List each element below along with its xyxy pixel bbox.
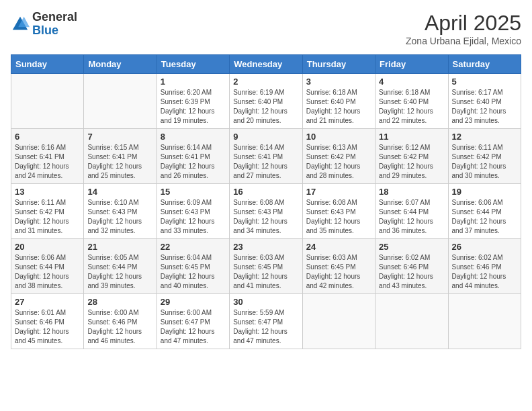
- calendar-cell: 25Sunrise: 6:02 AMSunset: 6:46 PMDayligh…: [375, 239, 448, 294]
- calendar-cell: 30Sunrise: 5:59 AMSunset: 6:47 PMDayligh…: [230, 294, 302, 349]
- day-number: 6: [15, 132, 80, 142]
- day-number: 2: [233, 77, 298, 87]
- calendar-cell: 10Sunrise: 6:13 AMSunset: 6:42 PMDayligh…: [302, 129, 375, 184]
- day-info: Sunrise: 6:06 AMSunset: 6:44 PMDaylight:…: [452, 198, 517, 236]
- day-info: Sunrise: 6:00 AMSunset: 6:47 PMDaylight:…: [161, 308, 226, 346]
- day-number: 14: [87, 187, 152, 197]
- header-friday: Friday: [375, 55, 448, 74]
- calendar-cell: [375, 294, 448, 349]
- day-number: 4: [379, 77, 444, 87]
- day-number: 12: [452, 132, 517, 142]
- calendar-cell: 14Sunrise: 6:10 AMSunset: 6:43 PMDayligh…: [84, 184, 157, 239]
- day-info: Sunrise: 6:14 AMSunset: 6:41 PMDaylight:…: [161, 143, 226, 181]
- calendar-cell: 12Sunrise: 6:11 AMSunset: 6:42 PMDayligh…: [448, 129, 521, 184]
- day-info: Sunrise: 6:10 AMSunset: 6:43 PMDaylight:…: [87, 198, 152, 236]
- calendar-cell: 17Sunrise: 6:08 AMSunset: 6:43 PMDayligh…: [302, 184, 375, 239]
- calendar-cell: 24Sunrise: 6:03 AMSunset: 6:45 PMDayligh…: [302, 239, 375, 294]
- calendar-cell: 23Sunrise: 6:03 AMSunset: 6:45 PMDayligh…: [230, 239, 302, 294]
- day-info: Sunrise: 6:12 AMSunset: 6:42 PMDaylight:…: [379, 143, 444, 181]
- logo: General Blue: [11, 11, 77, 38]
- header-monday: Monday: [84, 55, 157, 74]
- logo-icon: [11, 15, 30, 34]
- day-info: Sunrise: 6:18 AMSunset: 6:40 PMDaylight:…: [306, 88, 371, 126]
- calendar-table: SundayMondayTuesdayWednesdayThursdayFrid…: [11, 54, 521, 349]
- location-subtitle: Zona Urbana Ejidal, Mexico: [406, 36, 521, 46]
- calendar-cell: 3Sunrise: 6:18 AMSunset: 6:40 PMDaylight…: [302, 74, 375, 129]
- day-info: Sunrise: 6:17 AMSunset: 6:40 PMDaylight:…: [452, 88, 517, 126]
- day-info: Sunrise: 6:04 AMSunset: 6:45 PMDaylight:…: [161, 253, 226, 291]
- day-number: 23: [233, 242, 298, 252]
- day-info: Sunrise: 6:08 AMSunset: 6:43 PMDaylight:…: [233, 198, 298, 236]
- day-info: Sunrise: 6:01 AMSunset: 6:46 PMDaylight:…: [15, 308, 80, 346]
- calendar-cell: 11Sunrise: 6:12 AMSunset: 6:42 PMDayligh…: [375, 129, 448, 184]
- day-number: 27: [15, 297, 80, 307]
- day-info: Sunrise: 6:02 AMSunset: 6:46 PMDaylight:…: [452, 253, 517, 291]
- calendar-cell: 28Sunrise: 6:00 AMSunset: 6:46 PMDayligh…: [84, 294, 157, 349]
- day-info: Sunrise: 6:14 AMSunset: 6:41 PMDaylight:…: [233, 143, 298, 181]
- day-info: Sunrise: 6:08 AMSunset: 6:43 PMDaylight:…: [306, 198, 371, 236]
- day-info: Sunrise: 6:07 AMSunset: 6:44 PMDaylight:…: [379, 198, 444, 236]
- calendar-cell: 2Sunrise: 6:19 AMSunset: 6:40 PMDaylight…: [230, 74, 302, 129]
- header-tuesday: Tuesday: [157, 55, 229, 74]
- calendar-cell: 18Sunrise: 6:07 AMSunset: 6:44 PMDayligh…: [375, 184, 448, 239]
- logo-general: General Blue: [32, 11, 77, 38]
- title-section: April 2025 Zona Urbana Ejidal, Mexico: [406, 11, 521, 46]
- day-info: Sunrise: 6:05 AMSunset: 6:44 PMDaylight:…: [87, 253, 152, 291]
- day-info: Sunrise: 6:11 AMSunset: 6:42 PMDaylight:…: [15, 198, 80, 236]
- calendar-cell: 21Sunrise: 6:05 AMSunset: 6:44 PMDayligh…: [84, 239, 157, 294]
- day-info: Sunrise: 6:18 AMSunset: 6:40 PMDaylight:…: [379, 88, 444, 126]
- calendar-cell: 13Sunrise: 6:11 AMSunset: 6:42 PMDayligh…: [11, 184, 84, 239]
- day-number: 29: [161, 297, 226, 307]
- day-number: 8: [161, 132, 226, 142]
- calendar-row: 27Sunrise: 6:01 AMSunset: 6:46 PMDayligh…: [11, 294, 521, 349]
- day-info: Sunrise: 6:02 AMSunset: 6:46 PMDaylight:…: [379, 253, 444, 291]
- day-number: 24: [306, 242, 371, 252]
- day-info: Sunrise: 6:11 AMSunset: 6:42 PMDaylight:…: [452, 143, 517, 181]
- day-number: 26: [452, 242, 517, 252]
- header-row: SundayMondayTuesdayWednesdayThursdayFrid…: [11, 55, 521, 74]
- day-number: 18: [379, 187, 444, 197]
- header-sunday: Sunday: [11, 55, 84, 74]
- day-number: 13: [15, 187, 80, 197]
- calendar-cell: 16Sunrise: 6:08 AMSunset: 6:43 PMDayligh…: [230, 184, 302, 239]
- day-number: 10: [306, 132, 371, 142]
- day-number: 17: [306, 187, 371, 197]
- calendar-row: 6Sunrise: 6:16 AMSunset: 6:41 PMDaylight…: [11, 129, 521, 184]
- calendar-cell: 22Sunrise: 6:04 AMSunset: 6:45 PMDayligh…: [157, 239, 229, 294]
- calendar-cell: 29Sunrise: 6:00 AMSunset: 6:47 PMDayligh…: [157, 294, 229, 349]
- day-info: Sunrise: 6:00 AMSunset: 6:46 PMDaylight:…: [87, 308, 152, 346]
- calendar-cell: 7Sunrise: 6:15 AMSunset: 6:41 PMDaylight…: [84, 129, 157, 184]
- day-number: 19: [452, 187, 517, 197]
- calendar-cell: 19Sunrise: 6:06 AMSunset: 6:44 PMDayligh…: [448, 184, 521, 239]
- day-number: 9: [233, 132, 298, 142]
- day-info: Sunrise: 6:20 AMSunset: 6:39 PMDaylight:…: [161, 88, 226, 126]
- day-number: 22: [161, 242, 226, 252]
- day-number: 7: [87, 132, 152, 142]
- calendar-cell: [84, 74, 157, 129]
- calendar-cell: 1Sunrise: 6:20 AMSunset: 6:39 PMDaylight…: [157, 74, 229, 129]
- day-info: Sunrise: 5:59 AMSunset: 6:47 PMDaylight:…: [233, 308, 298, 346]
- calendar-cell: 27Sunrise: 6:01 AMSunset: 6:46 PMDayligh…: [11, 294, 84, 349]
- calendar-cell: 4Sunrise: 6:18 AMSunset: 6:40 PMDaylight…: [375, 74, 448, 129]
- month-title: April 2025: [406, 11, 521, 36]
- calendar-cell: 9Sunrise: 6:14 AMSunset: 6:41 PMDaylight…: [230, 129, 302, 184]
- header-wednesday: Wednesday: [230, 55, 302, 74]
- header-saturday: Saturday: [448, 55, 521, 74]
- calendar-cell: 26Sunrise: 6:02 AMSunset: 6:46 PMDayligh…: [448, 239, 521, 294]
- calendar-cell: [302, 294, 375, 349]
- day-info: Sunrise: 6:09 AMSunset: 6:43 PMDaylight:…: [161, 198, 226, 236]
- calendar-cell: 8Sunrise: 6:14 AMSunset: 6:41 PMDaylight…: [157, 129, 229, 184]
- day-info: Sunrise: 6:03 AMSunset: 6:45 PMDaylight:…: [306, 253, 371, 291]
- day-number: 5: [452, 77, 517, 87]
- calendar-cell: 20Sunrise: 6:06 AMSunset: 6:44 PMDayligh…: [11, 239, 84, 294]
- day-number: 20: [15, 242, 80, 252]
- day-number: 11: [379, 132, 444, 142]
- day-number: 1: [161, 77, 226, 87]
- page-header: General Blue April 2025 Zona Urbana Ejid…: [11, 11, 521, 46]
- day-number: 25: [379, 242, 444, 252]
- calendar-row: 1Sunrise: 6:20 AMSunset: 6:39 PMDaylight…: [11, 74, 521, 129]
- day-info: Sunrise: 6:16 AMSunset: 6:41 PMDaylight:…: [15, 143, 80, 181]
- day-number: 16: [233, 187, 298, 197]
- calendar-cell: [448, 294, 521, 349]
- calendar-cell: 15Sunrise: 6:09 AMSunset: 6:43 PMDayligh…: [157, 184, 229, 239]
